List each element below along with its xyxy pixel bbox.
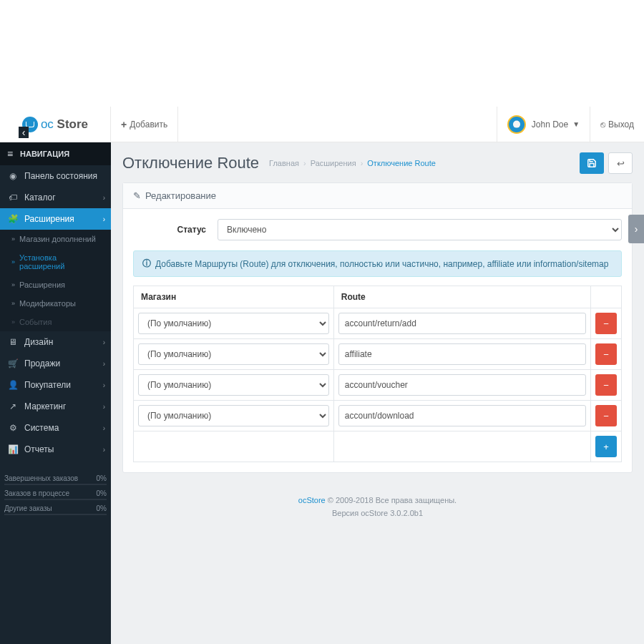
chevron-right-icon: › [103, 424, 105, 432]
th-store: Магазин [134, 286, 334, 308]
add-row-button[interactable]: + [595, 436, 617, 457]
desktop-icon: 🖥 [7, 337, 19, 347]
sidebar-item-customers[interactable]: 👤 Покупатели › [0, 374, 111, 396]
route-input[interactable] [338, 313, 586, 334]
sidebar-item-dashboard[interactable]: ◉ Панель состояния [0, 165, 111, 187]
status-label: Статус [133, 225, 218, 235]
sidebar-label: Дизайн [24, 337, 53, 347]
plus-icon: + [603, 441, 609, 452]
chart-icon: 📊 [7, 444, 19, 454]
logout-icon: ⎋ [600, 119, 605, 130]
tag-icon: 🏷 [7, 192, 19, 203]
info-text: Добавьте Маршруты (Route) для отключения… [155, 259, 608, 269]
user-icon: 👤 [7, 380, 19, 390]
table-row: (По умолчанию) − [134, 308, 622, 339]
panel-head: ✎ Редактирование [123, 183, 632, 209]
footer-brand-link[interactable]: ocStore [298, 496, 326, 504]
sidebar-label: Каталог [24, 192, 56, 203]
status-select[interactable]: Включено [218, 219, 622, 240]
page-head: Отключение Route Главная › Расширения › … [111, 142, 644, 182]
chevron-right-icon: › [103, 381, 105, 389]
sidebar: НАВИГАЦИЯ ◉ Панель состояния 🏷 Каталог ›… [0, 142, 111, 644]
cart-icon: 🛒 [7, 358, 19, 369]
submenu-item-marketplace[interactable]: »Магазин дополнений [0, 230, 111, 248]
breadcrumb-link[interactable]: Главная [269, 159, 299, 167]
store-select[interactable]: (По умолчанию) [138, 343, 329, 365]
chevron-right-icon: › [103, 446, 105, 454]
progress-bar [4, 514, 107, 515]
sidebar-label: Покупатели [24, 380, 71, 390]
dashboard-icon: ◉ [7, 171, 19, 181]
table-row: (По умолчанию) − [134, 339, 622, 370]
info-icon: ⓘ [142, 258, 151, 270]
user-name: John Doe [532, 119, 568, 130]
table-row-add: + [134, 431, 622, 462]
logo[interactable]: oc Store [0, 107, 111, 142]
add-label: Добавить [130, 119, 167, 130]
sidebar-label: Панель состояния [24, 171, 97, 181]
table-row: (По умолчанию) − [134, 401, 622, 431]
logout-label: Выход [608, 119, 634, 130]
breadcrumb: Главная › Расширения › Отключение Route [269, 159, 436, 167]
remove-button[interactable]: − [595, 405, 617, 426]
arrow-icon: » [11, 235, 15, 243]
chevron-right-icon: › [103, 194, 105, 202]
remove-button[interactable]: − [595, 343, 617, 365]
save-button[interactable] [580, 152, 604, 174]
breadcrumb-current: Отключение Route [367, 159, 436, 167]
arrow-icon: » [11, 281, 15, 288]
remove-button[interactable]: − [595, 313, 617, 334]
store-select[interactable]: (По умолчанию) [138, 374, 329, 396]
body: НАВИГАЦИЯ ◉ Панель состояния 🏷 Каталог ›… [0, 142, 644, 644]
submenu-item-modifications[interactable]: »Модификаторы [0, 294, 111, 313]
stats: Завершенных заказов0% Заказов в процессе… [4, 473, 107, 518]
chevron-right-icon: › [103, 403, 105, 411]
head-actions: ↩ [580, 152, 633, 174]
minus-icon: − [603, 411, 609, 421]
route-input[interactable] [338, 405, 586, 426]
logout-button[interactable]: ⎋ Выход [590, 107, 644, 142]
sidebar-item-system[interactable]: ⚙ Система › [0, 417, 111, 439]
nav-title: НАВИГАЦИЯ [0, 142, 111, 165]
chevron-right-icon: › [103, 215, 105, 223]
sidebar-item-marketing[interactable]: ↗ Маркетинг › [0, 396, 111, 417]
avatar [507, 115, 526, 134]
submenu-item-installer[interactable]: »Установка расширений [0, 248, 111, 275]
arrow-icon: » [11, 258, 15, 265]
carousel-next-icon[interactable]: › [628, 215, 644, 243]
progress-bar [4, 499, 107, 500]
submenu-item-extensions[interactable]: »Расширения [0, 275, 111, 294]
gear-icon: ⚙ [7, 423, 19, 433]
sidebar-item-design[interactable]: 🖥 Дизайн › [0, 331, 111, 353]
sidebar-item-extensions[interactable]: 🧩 Расширения › [0, 208, 111, 230]
panel-title: Редактирование [145, 190, 216, 201]
add-button[interactable]: + Добавить [111, 107, 178, 142]
app: oc Store + Добавить John Doe ▼ ⎋ Выход [0, 107, 644, 644]
info-alert: ⓘ Добавьте Маршруты (Route) для отключен… [133, 250, 622, 277]
th-action [591, 286, 622, 308]
table-row: (По умолчанию) − [134, 370, 622, 401]
caret-down-icon: ▼ [572, 120, 580, 128]
sidebar-label: Расширения [24, 214, 74, 224]
logo-text: oc Store [41, 117, 88, 132]
user-menu[interactable]: John Doe ▼ [497, 107, 590, 142]
sidebar-item-catalog[interactable]: 🏷 Каталог › [0, 187, 111, 208]
route-input[interactable] [338, 374, 586, 396]
minus-icon: − [603, 380, 609, 391]
footer-copyright: © 2009-2018 Все права защищены. [326, 496, 457, 504]
back-button[interactable]: ↩ [608, 152, 633, 174]
sidebar-item-sales[interactable]: 🛒 Продажи › [0, 353, 111, 374]
breadcrumb-sep: › [303, 159, 306, 167]
breadcrumb-sep: › [361, 159, 364, 167]
pencil-icon: ✎ [133, 190, 141, 201]
sidebar-item-reports[interactable]: 📊 Отчеты › [0, 439, 111, 460]
plus-icon: + [121, 119, 127, 130]
submenu: »Магазин дополнений »Установка расширени… [0, 230, 111, 331]
content: Отключение Route Главная › Расширения › … [111, 142, 644, 644]
submenu-item-events[interactable]: »События [0, 313, 111, 331]
store-select[interactable]: (По умолчанию) [138, 405, 329, 426]
store-select[interactable]: (По умолчанию) [138, 313, 329, 334]
route-input[interactable] [338, 343, 586, 365]
breadcrumb-link[interactable]: Расширения [311, 159, 356, 167]
remove-button[interactable]: − [595, 374, 617, 396]
